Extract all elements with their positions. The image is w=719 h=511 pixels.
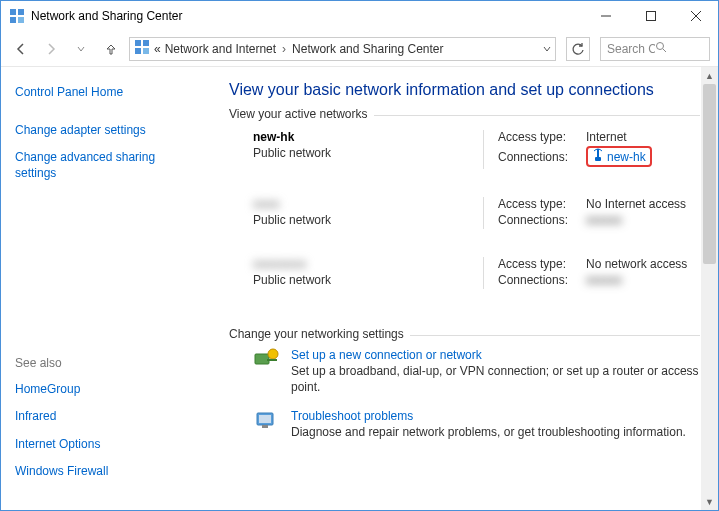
navbar: « Network and Internet › Network and Sha… (1, 31, 718, 67)
scroll-thumb[interactable] (703, 84, 716, 264)
change-settings-group: Change your networking settings Set up a… (229, 335, 700, 441)
svg-rect-20 (262, 425, 268, 428)
sidebar: Control Panel Home Change adapter settin… (1, 67, 211, 510)
titlebar: Network and Sharing Center (1, 1, 718, 31)
scroll-up-icon[interactable]: ▲ (701, 67, 718, 84)
access-type-value: No Internet access (586, 197, 686, 211)
active-networks-label: View your active networks (229, 107, 374, 121)
network-type: Public network (253, 213, 483, 227)
address-bar[interactable]: « Network and Internet › Network and Sha… (129, 37, 556, 61)
access-type-label: Access type: (498, 197, 586, 211)
connections-label: Connections: (498, 213, 586, 227)
seealso-windows-firewall[interactable]: Windows Firewall (15, 464, 197, 480)
connection-name: new-hk (607, 150, 646, 164)
network-row: xxxxxxxxPublic networkAccess type:No net… (253, 257, 700, 289)
svg-rect-8 (135, 40, 141, 46)
content: Control Panel Home Change adapter settin… (1, 67, 718, 510)
see-also-label: See also (15, 356, 197, 370)
close-button[interactable] (673, 1, 718, 31)
control-panel-home-link[interactable]: Control Panel Home (15, 85, 197, 101)
seealso-internet-options[interactable]: Internet Options (15, 437, 197, 453)
network-type: Public network (253, 273, 483, 287)
svg-rect-14 (597, 149, 599, 157)
network-name: xxxxxxxx (253, 257, 306, 271)
scrollbar[interactable]: ▲ ▼ (701, 67, 718, 510)
active-networks-group: View your active networks new-hkPublic n… (229, 115, 700, 323)
svg-point-17 (268, 349, 278, 359)
settings-description: Diagnose and repair network problems, or… (291, 425, 686, 441)
network-type: Public network (253, 146, 483, 160)
settings-description: Set up a broadband, dial-up, or VPN conn… (291, 364, 700, 395)
breadcrumb-seg2[interactable]: Network and Sharing Center (292, 42, 443, 56)
minimize-button[interactable] (583, 1, 628, 31)
up-button[interactable] (99, 37, 123, 61)
breadcrumb-ellipsis[interactable]: « (154, 42, 161, 56)
access-type-value: Internet (586, 130, 627, 144)
wifi-icon (592, 148, 604, 165)
access-type-label: Access type: (498, 257, 586, 271)
svg-point-12 (657, 43, 664, 50)
network-row: new-hkPublic networkAccess type:Internet… (253, 130, 700, 169)
scroll-down-icon[interactable]: ▼ (701, 493, 718, 510)
location-icon (134, 39, 150, 58)
svg-rect-0 (10, 9, 16, 15)
back-button[interactable] (9, 37, 33, 61)
breadcrumb-seg1[interactable]: Network and Internet (165, 42, 276, 56)
maximize-button[interactable] (628, 1, 673, 31)
app-icon (9, 8, 25, 24)
svg-rect-19 (259, 415, 271, 423)
svg-rect-10 (135, 48, 141, 54)
svg-rect-5 (646, 12, 655, 21)
svg-rect-1 (18, 9, 24, 15)
search-input[interactable]: Search Co... (600, 37, 710, 61)
connection-link[interactable]: new-hk (586, 146, 652, 167)
settings-item: Set up a new connection or networkSet up… (253, 348, 700, 395)
sidebar-link-adapter[interactable]: Change adapter settings (15, 123, 197, 139)
network-row: xxxxPublic networkAccess type:No Interne… (253, 197, 700, 229)
settings-link[interactable]: Troubleshoot problems (291, 409, 686, 423)
main-panel: View your basic network information and … (211, 67, 718, 510)
svg-rect-16 (255, 354, 269, 364)
settings-icon (253, 409, 281, 441)
svg-rect-15 (595, 157, 601, 161)
network-name: xxxx (253, 197, 280, 211)
seealso-infrared[interactable]: Infrared (15, 409, 197, 425)
access-type-value: No network access (586, 257, 687, 271)
connections-label: Connections: (498, 150, 586, 164)
svg-line-13 (663, 49, 666, 52)
connection-name: xxxxxx (586, 273, 622, 287)
network-name: new-hk (253, 130, 483, 144)
forward-button[interactable] (39, 37, 63, 61)
connections-label: Connections: (498, 273, 586, 287)
svg-rect-3 (18, 17, 24, 23)
page-heading: View your basic network information and … (229, 81, 700, 99)
svg-rect-9 (143, 40, 149, 46)
settings-icon (253, 348, 281, 395)
refresh-button[interactable] (566, 37, 590, 61)
svg-rect-2 (10, 17, 16, 23)
address-dropdown-icon[interactable] (543, 42, 551, 56)
settings-item: Troubleshoot problemsDiagnose and repair… (253, 409, 700, 441)
sidebar-link-advanced-sharing[interactable]: Change advanced sharing settings (15, 150, 197, 181)
connection-name: xxxxxx (586, 213, 622, 227)
recent-dropdown[interactable] (69, 37, 93, 61)
settings-link[interactable]: Set up a new connection or network (291, 348, 700, 362)
seealso-homegroup[interactable]: HomeGroup (15, 382, 197, 398)
change-settings-label: Change your networking settings (229, 327, 410, 341)
chevron-right-icon: › (280, 42, 288, 56)
search-icon (655, 41, 703, 56)
svg-rect-11 (143, 48, 149, 54)
search-placeholder: Search Co... (607, 42, 655, 56)
window-title: Network and Sharing Center (31, 9, 583, 23)
access-type-label: Access type: (498, 130, 586, 144)
